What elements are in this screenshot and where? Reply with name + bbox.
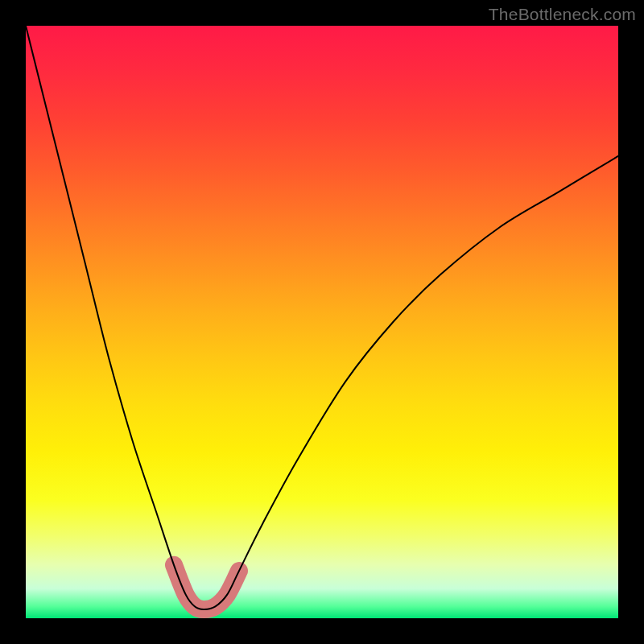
bottleneck-curve-line <box>26 26 618 609</box>
plot-area <box>26 26 618 618</box>
outer-frame: TheBottleneck.com <box>0 0 644 644</box>
optimal-range-highlight <box>174 565 239 609</box>
watermark-text: TheBottleneck.com <box>489 5 636 24</box>
bottleneck-chart <box>26 26 618 618</box>
